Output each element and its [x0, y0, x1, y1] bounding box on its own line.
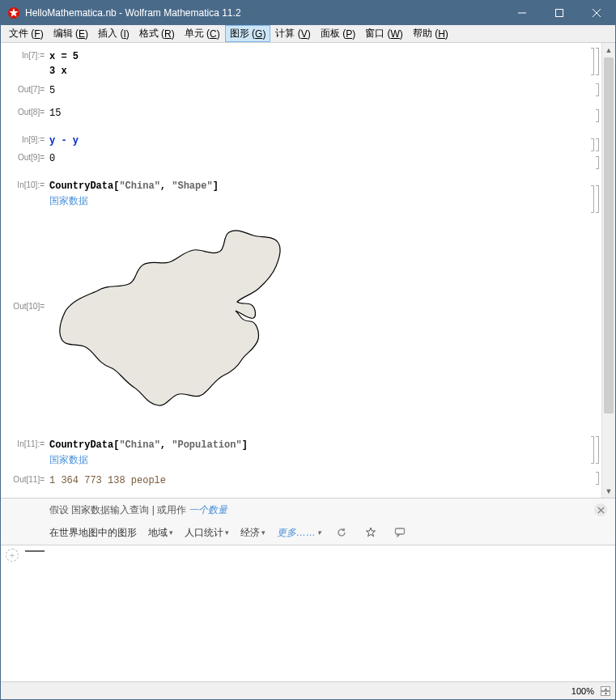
menu-p[interactable]: 面板 (P)	[316, 25, 360, 42]
menu-e[interactable]: 编辑 (E)	[49, 25, 93, 42]
titlebar: HelloMathematica.nb - Wolfram Mathematic…	[1, 1, 615, 25]
close-button[interactable]	[578, 1, 615, 25]
app-logo-icon	[7, 6, 20, 19]
window-title: HelloMathematica.nb - Wolfram Mathematic…	[25, 7, 503, 19]
statusbar: 100% ▴▾	[1, 681, 615, 699]
suggestions-buttons-row: 在世界地图中的图形 地域▾ 人口统计▾ 经济▾ 更多……▾	[1, 522, 615, 545]
code-line: x = 5	[49, 49, 591, 64]
output-cell-7[interactable]: Out[7]= 5	[1, 83, 615, 98]
cell-label: Out[11]=	[1, 473, 49, 488]
menu-r[interactable]: 格式 (R)	[134, 25, 180, 42]
svg-rect-7	[396, 528, 405, 534]
cell-label: In[11]:=	[1, 438, 49, 467]
cell-label: Out[10]=	[1, 213, 49, 430]
output-value: 15	[49, 106, 591, 121]
scroll-thumb[interactable]	[604, 57, 614, 414]
menubar: 文件 (F)编辑 (E)插入 (I)格式 (R)单元 (C)图形 (G)计算 (…	[1, 25, 615, 43]
output-value: 0	[49, 151, 591, 166]
menu-h[interactable]: 帮助 (H)	[408, 25, 453, 42]
close-suggestions-button[interactable]	[594, 503, 607, 516]
suggest-population-button[interactable]: 人口统计▾	[185, 526, 229, 540]
cell-label: Out[9]=	[1, 151, 49, 166]
notebook-area: In[7]:= x = 5 3 x Out[7]= 5 Out[8]= 15 I…	[1, 43, 615, 498]
doc-link[interactable]: 国家数据	[49, 193, 591, 208]
vertical-scrollbar[interactable]: ▲ ▼	[601, 43, 615, 498]
zoom-stepper[interactable]: ▴▾	[601, 686, 610, 696]
minimize-button[interactable]	[503, 1, 541, 25]
output-cell-9[interactable]: Out[9]= 0	[1, 151, 615, 166]
menu-f[interactable]: 文件 (F)	[4, 25, 49, 42]
menu-c[interactable]: 单元 (C)	[180, 25, 225, 42]
new-cell-area[interactable]: +	[1, 545, 615, 681]
doc-link[interactable]: 国家数据	[49, 452, 591, 467]
cell-label: Out[8]=	[1, 106, 49, 121]
output-cell-8[interactable]: Out[8]= 15	[1, 106, 615, 121]
cell-label: Out[7]=	[1, 83, 49, 98]
input-cell-10[interactable]: In[10]:= CountryData["China", "Shape"] 国…	[1, 179, 615, 208]
suggest-economy-button[interactable]: 经济▾	[240, 526, 266, 540]
input-cell-11[interactable]: In[11]:= CountryData["China", "Populatio…	[1, 438, 615, 467]
assumption-text: 假设 国家数据输入查询 | 或用作	[49, 504, 189, 515]
cell-label: In[7]:=	[1, 49, 49, 78]
output-cell-11[interactable]: Out[11]= 1 364 773 138 people	[1, 473, 615, 488]
output-value: 1 364 773 138 people	[49, 473, 591, 488]
notebook-content[interactable]: In[7]:= x = 5 3 x Out[7]= 5 Out[8]= 15 I…	[1, 43, 615, 498]
suggest-shape-button[interactable]: 在世界地图中的图形	[49, 526, 137, 540]
zoom-level[interactable]: 100%	[568, 686, 597, 696]
chevron-down-icon[interactable]: ▾	[601, 691, 610, 696]
menu-i[interactable]: 插入 (I)	[93, 25, 134, 42]
suggest-region-button[interactable]: 地域▾	[148, 526, 173, 540]
chevron-down-icon: ▾	[317, 528, 321, 537]
scroll-down-arrow-icon[interactable]: ▼	[602, 484, 615, 498]
suggestions-assumption-row: 假设 国家数据输入查询 | 或用作 一个数量	[1, 498, 615, 522]
cell-label: In[10]:=	[1, 179, 49, 208]
menu-g[interactable]: 图形 (G)	[225, 25, 271, 42]
scroll-up-arrow-icon[interactable]: ▲	[602, 43, 615, 57]
add-cell-button[interactable]: +	[6, 549, 19, 562]
maximize-button[interactable]	[541, 1, 578, 25]
assumption-link[interactable]: 一个数量	[189, 504, 227, 515]
code-line: y - y	[49, 134, 591, 148]
refresh-icon[interactable]	[333, 525, 350, 540]
input-cell-7[interactable]: In[7]:= x = 5 3 x	[1, 49, 615, 78]
cell-label: In[9]:=	[1, 134, 49, 148]
code-line: 3 x	[49, 64, 591, 78]
code-line: CountryData["China", "Population"]	[49, 438, 591, 452]
menu-v[interactable]: 计算 (V)	[270, 25, 315, 42]
suggest-more-button[interactable]: 更多……▾	[277, 526, 321, 540]
suggestions-bar: 假设 国家数据输入查询 | 或用作 一个数量 在世界地图中的图形 地域▾ 人口统…	[1, 498, 615, 545]
chevron-down-icon: ▾	[225, 528, 229, 537]
chevron-down-icon: ▾	[169, 528, 173, 537]
wolfram-icon[interactable]	[362, 525, 380, 540]
code-line: CountryData["China", "Shape"]	[49, 179, 591, 193]
output-cell-10[interactable]: Out[10]=	[1, 213, 615, 430]
cell-cursor	[25, 550, 45, 552]
svg-rect-2	[556, 10, 563, 17]
country-shape-graphic	[49, 218, 591, 423]
input-cell-9[interactable]: In[9]:= y - y	[1, 134, 615, 148]
comment-icon[interactable]	[391, 525, 409, 540]
menu-w[interactable]: 窗口 (W)	[360, 25, 408, 42]
output-value: 5	[49, 83, 591, 98]
chevron-down-icon: ▾	[261, 528, 266, 537]
